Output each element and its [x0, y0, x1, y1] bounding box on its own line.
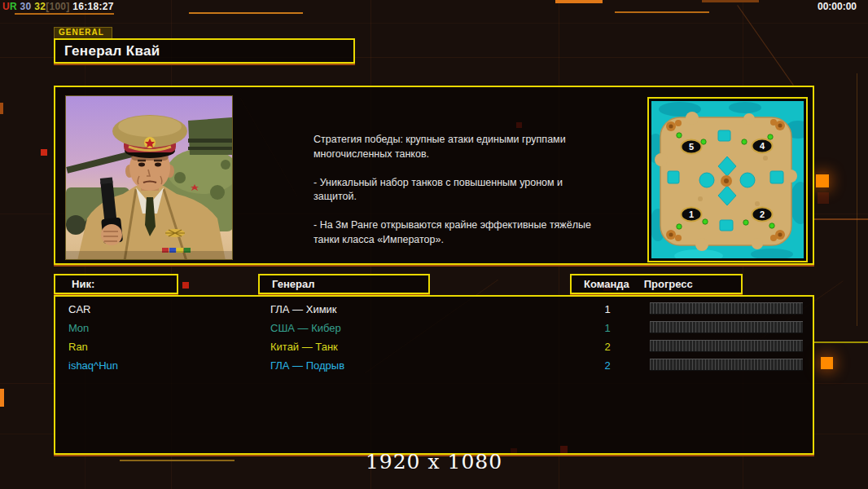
general-portrait-art: [66, 96, 233, 260]
decor-square: [0, 103, 3, 114]
grid-diagonal: [737, 5, 794, 86]
net-stat-2: 32: [34, 1, 46, 12]
game-timer: 00:00:00: [818, 1, 857, 12]
header-general-label: Генерал: [260, 275, 428, 293]
spawn-point-1: 1: [681, 207, 703, 222]
player-nick: CAR: [68, 303, 90, 315]
table-row: Ran Китай — Танк 2: [55, 338, 813, 357]
player-team: 1: [583, 303, 632, 315]
header-general: Генерал: [258, 274, 430, 294]
header-nick: Ник:: [54, 274, 178, 294]
player-progress-bar: [650, 321, 803, 333]
description-paragraph: - На 3м Ранге открываются крайне эффекти…: [313, 218, 597, 248]
map-preview: 5 4 1 2: [651, 101, 804, 258]
player-progress-bar: [650, 359, 803, 371]
player-nick: Mon: [68, 322, 89, 334]
decor-square: [182, 282, 189, 289]
accent-line: [15, 13, 114, 15]
net-stat-r: R: [10, 1, 17, 12]
decor-square: [0, 389, 4, 407]
loading-screen: UR 30 32[100] 16:18:27 00:00:00 GENERAL …: [0, 0, 868, 489]
table-row: ishaq^Hun ГЛА — Подрыв 2: [55, 357, 813, 376]
accent-line: [702, 0, 759, 2]
decor-square: [41, 149, 47, 156]
player-nick: Ran: [68, 341, 88, 353]
tab-general: GENERAL: [54, 27, 112, 38]
clock: 16:18:27: [72, 1, 113, 12]
player-general: Китай — Танк: [270, 341, 338, 353]
player-general: ГЛА — Подрыв: [270, 359, 344, 372]
map-art: [651, 101, 804, 258]
spawn-point-4: 4: [752, 139, 774, 154]
accent-line: [189, 12, 303, 14]
general-info-panel: Стратегия победы: крупные атаки едиными …: [54, 86, 814, 265]
grid-line: [0, 23, 868, 24]
player-progress-bar: [650, 302, 803, 315]
description-paragraph: - Уникальный набор танков с повышенным у…: [313, 176, 597, 205]
player-general: ГЛА — Химик: [270, 303, 337, 315]
player-team: 2: [583, 341, 632, 353]
accent-line: [814, 218, 868, 220]
general-title-box: Генерал Квай: [54, 38, 355, 64]
spawn-point-2: 2: [752, 207, 774, 222]
players-table: CAR ГЛА — Химик 1 Mon США — Кибер 1 Ran …: [54, 295, 814, 455]
accent-line: [555, 0, 603, 3]
network-stats: UR 30 32[100] 16:18:27: [2, 1, 114, 12]
header-team-label: Команда: [572, 275, 629, 293]
table-row: CAR ГЛА — Химик 1: [55, 301, 813, 319]
general-description: Стратегия победы: крупные атаки едиными …: [313, 133, 597, 262]
header-nick-label: Ник:: [55, 275, 177, 293]
resolution-label: 1920 x 1080: [0, 450, 868, 474]
general-name: Генерал Квай: [55, 40, 353, 62]
player-team: 2: [583, 359, 632, 372]
accent-line: [814, 341, 868, 343]
map-preview-frame: 5 4 1 2: [647, 97, 808, 262]
spawn-point-5: 5: [681, 139, 703, 155]
net-stat-3: [100]: [46, 1, 70, 12]
decor-square: [821, 357, 833, 369]
player-general: США — Кибер: [270, 322, 341, 334]
player-team: 1: [583, 322, 632, 334]
accent-line: [615, 11, 709, 13]
table-row: Mon США — Кибер 1: [55, 319, 813, 338]
header-progress-label: Прогресс: [629, 275, 693, 293]
net-stat-u: U: [2, 1, 10, 12]
general-portrait: [65, 95, 233, 260]
description-paragraph: Стратегия победы: крупные атаки едиными …: [313, 133, 597, 162]
decor-square: [818, 192, 829, 204]
decor-square: [816, 174, 829, 187]
player-progress-bar: [650, 340, 803, 352]
net-stat-1: 30: [20, 1, 32, 12]
player-nick: ishaq^Hun: [68, 359, 118, 372]
header-team-progress: КомандаПрогресс: [570, 274, 743, 294]
grid-line: [857, 73, 857, 326]
